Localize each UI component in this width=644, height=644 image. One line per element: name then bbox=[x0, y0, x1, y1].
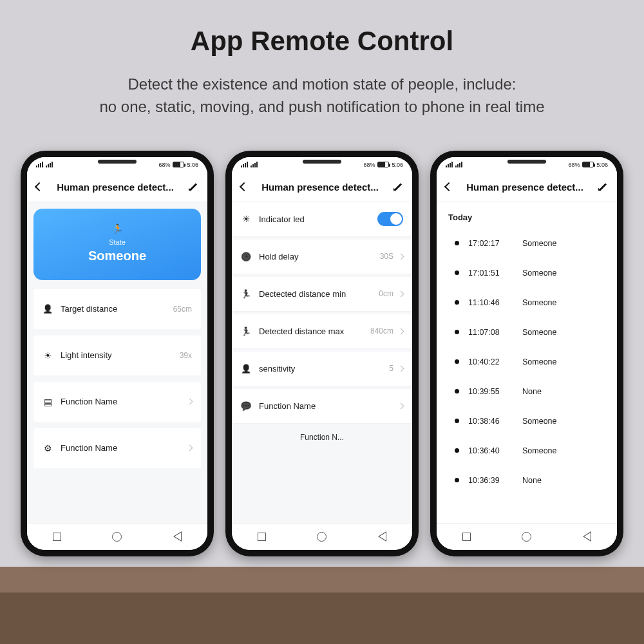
log-item: 10:40:22Someone bbox=[455, 347, 605, 377]
nav-recents-icon[interactable] bbox=[258, 533, 266, 541]
row-value: 30S bbox=[380, 252, 393, 261]
log-state: Someone bbox=[522, 269, 557, 278]
nav-home-icon[interactable] bbox=[317, 532, 327, 542]
log-time: 17:02:17 bbox=[468, 239, 513, 248]
state-label: State bbox=[40, 238, 194, 246]
hero-title: App Remote Control bbox=[0, 0, 644, 57]
app-bar: Human presence detect... bbox=[27, 173, 207, 202]
bullet-icon bbox=[455, 359, 459, 364]
setting-row: Light intensity39x bbox=[33, 336, 201, 375]
toggle-switch[interactable] bbox=[377, 212, 403, 226]
log-state: None bbox=[522, 476, 542, 485]
nav-home-icon[interactable] bbox=[522, 532, 531, 542]
bright-icon bbox=[241, 214, 251, 224]
state-card: State Someone bbox=[33, 209, 201, 280]
chevron-right-icon bbox=[398, 402, 404, 409]
bullet-icon bbox=[455, 300, 459, 305]
edit-icon[interactable] bbox=[188, 182, 198, 192]
gear-icon bbox=[43, 443, 53, 453]
row-value: 5 bbox=[389, 364, 393, 373]
chevron-right-icon bbox=[398, 365, 404, 372]
row-value: 840cm bbox=[370, 327, 393, 336]
row-label: Detected distance max bbox=[259, 327, 344, 336]
edit-icon[interactable] bbox=[393, 182, 403, 192]
bullet-icon bbox=[455, 389, 459, 393]
log-time: 11:07:08 bbox=[468, 328, 513, 337]
log-item: 10:36:39None bbox=[455, 466, 605, 495]
row-label: Light intensity bbox=[61, 350, 112, 360]
log-time: 10:40:22 bbox=[468, 357, 513, 366]
row-label: Function Name bbox=[61, 397, 117, 406]
chevron-right-icon bbox=[398, 253, 404, 260]
log-state: Someone bbox=[522, 417, 557, 426]
log-item: 17:02:17Someone bbox=[455, 229, 605, 258]
log-state: Someone bbox=[522, 298, 557, 307]
person-icon bbox=[241, 363, 251, 374]
row-label: Target distance bbox=[61, 304, 117, 314]
setting-row: Target distance65cm bbox=[33, 289, 201, 329]
log-state: Someone bbox=[522, 446, 557, 455]
bullet-icon bbox=[455, 330, 459, 334]
setting-row[interactable]: Function Name bbox=[33, 382, 201, 422]
person-icon bbox=[43, 304, 53, 314]
run-icon bbox=[241, 289, 251, 299]
clock-icon bbox=[241, 251, 251, 261]
log-time: 10:38:46 bbox=[468, 417, 513, 426]
chevron-right-icon bbox=[187, 399, 193, 405]
phone-speaker bbox=[98, 160, 137, 164]
row-value: 39x bbox=[180, 351, 192, 360]
row-label: Indicator led bbox=[259, 214, 305, 224]
bullet-icon bbox=[455, 478, 459, 482]
setting-row[interactable]: Function Name bbox=[33, 428, 201, 468]
log-time: 10:36:40 bbox=[468, 446, 513, 455]
setting-row[interactable]: Function Name bbox=[232, 389, 412, 424]
nav-home-icon[interactable] bbox=[112, 532, 122, 542]
row-value: 65cm bbox=[173, 305, 192, 314]
android-navbar bbox=[232, 523, 412, 550]
row-label: Function Name bbox=[259, 401, 316, 411]
setting-row[interactable]: Hold delay30S bbox=[232, 240, 412, 274]
phone-settings: 68%5:06 Human presence detect... Indicat… bbox=[225, 151, 419, 556]
app-bar: Human presence detect... bbox=[232, 173, 412, 202]
nav-back-icon[interactable] bbox=[583, 531, 591, 542]
state-value: Someone bbox=[40, 249, 194, 263]
log-item: 10:39:55None bbox=[455, 377, 605, 406]
back-icon[interactable] bbox=[240, 182, 249, 191]
nav-recents-icon[interactable] bbox=[462, 533, 471, 541]
log-item: 10:38:46Someone bbox=[455, 406, 605, 436]
page-title: Human presence detect... bbox=[261, 182, 379, 193]
phone-log: 68%5:06 Human presence detect... Today 1… bbox=[430, 151, 623, 556]
log-heading: Today bbox=[437, 202, 617, 229]
setting-row[interactable]: Dectected distance min0cm bbox=[232, 277, 412, 312]
log-time: 10:39:55 bbox=[468, 387, 513, 396]
log-time: 17:01:51 bbox=[468, 269, 513, 278]
nav-back-icon[interactable] bbox=[173, 531, 182, 542]
chevron-right-icon bbox=[398, 290, 404, 297]
page-title: Human presence detect... bbox=[57, 182, 174, 193]
setting-row[interactable]: Indicator led bbox=[232, 202, 412, 237]
setting-row[interactable]: Detected distance max840cm bbox=[232, 314, 412, 349]
edit-icon[interactable] bbox=[598, 182, 608, 192]
bullet-icon bbox=[455, 448, 459, 453]
log-item: 11:07:08Someone bbox=[455, 317, 605, 347]
phone-speaker bbox=[303, 160, 341, 164]
nav-back-icon[interactable] bbox=[378, 531, 386, 542]
log-time: 10:36:39 bbox=[468, 476, 513, 485]
row-value: 0cm bbox=[379, 289, 393, 298]
back-icon[interactable] bbox=[35, 182, 44, 191]
nav-recents-icon[interactable] bbox=[53, 533, 61, 541]
phones-row: 68%5:06 Human presence detect... State S… bbox=[0, 151, 644, 556]
phone-speaker bbox=[507, 160, 546, 164]
back-icon[interactable] bbox=[444, 182, 453, 191]
bright-icon bbox=[43, 350, 53, 361]
log-time: 11:10:46 bbox=[468, 298, 513, 307]
chevron-right-icon bbox=[398, 328, 404, 334]
setting-row[interactable]: sensitivity5 bbox=[232, 352, 412, 386]
log-state: Someone bbox=[522, 239, 557, 248]
row-label: sensitivity bbox=[259, 364, 295, 374]
log-item: 11:10:46Someone bbox=[455, 288, 605, 317]
chevron-right-icon bbox=[187, 445, 193, 451]
phone-state: 68%5:06 Human presence detect... State S… bbox=[21, 151, 214, 556]
log-item: 17:01:51Someone bbox=[455, 258, 605, 288]
log-state: Someone bbox=[522, 357, 557, 366]
